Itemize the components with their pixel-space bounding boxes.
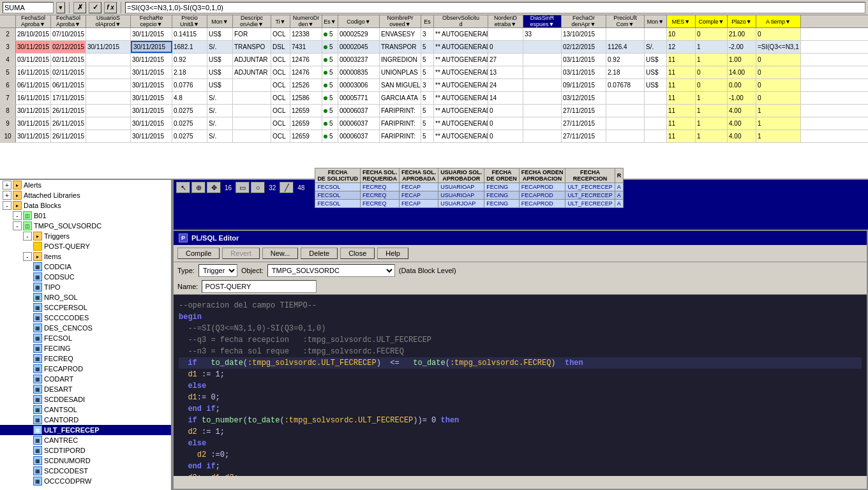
col-header-AH[interactable]: Comple▼	[696, 15, 728, 27]
cell-ah-7[interactable]: 1	[696, 92, 728, 104]
compile-button[interactable]: Compile	[177, 248, 220, 259]
cell-r-3[interactable]: 1682.1	[172, 41, 207, 53]
cell-aa-3[interactable]: ** AUTOGENERAD	[434, 41, 488, 53]
cell-z-5[interactable]: 5	[421, 66, 434, 78]
cell-ad-3[interactable]: 02/12/2015	[562, 41, 606, 53]
cell-aj-5[interactable]: 0	[756, 66, 801, 78]
cell-t-9[interactable]	[233, 117, 271, 130]
cell-s-10[interactable]: S/.	[207, 130, 233, 142]
cell-af-3[interactable]: S/.	[645, 41, 667, 53]
cell-aj-3[interactable]: =SI(Q3<=N3,1	[756, 41, 801, 53]
col-header-AE[interactable]: PrecioUltCom▼	[606, 15, 645, 27]
cell-y-5[interactable]: UNIONPLAS	[380, 66, 421, 78]
cell-ai-9[interactable]: 4.00	[728, 117, 756, 130]
col-header-AF[interactable]: Mon▼	[645, 15, 667, 27]
col-header-AI[interactable]: Plazo▼	[728, 15, 756, 27]
cell-o-5[interactable]: 02/11/2015	[51, 66, 86, 78]
cell-p-10[interactable]	[86, 130, 131, 142]
cell-af-5[interactable]: US$	[645, 66, 667, 78]
nav-item-fecing[interactable]: ▦FECING	[0, 343, 171, 353]
cell-s-3[interactable]: S/.	[207, 41, 233, 53]
nav-item-codart[interactable]: ▦CODART	[0, 374, 171, 384]
col-header-N[interactable]: FechaSolAproba▼	[16, 15, 51, 27]
cell-q-9[interactable]: 30/11/2015	[131, 117, 172, 130]
cell-ah-2[interactable]: 0	[696, 28, 728, 40]
col-header-O[interactable]: FechaSolAproba▼	[51, 15, 86, 27]
cell-o-9[interactable]: 26/11/2015	[51, 117, 86, 130]
cell-ab-6[interactable]: 24	[488, 79, 523, 91]
cell-u-8[interactable]: OCL	[271, 105, 290, 117]
cell-ab-8[interactable]: 0	[488, 105, 523, 117]
cell-r-9[interactable]: 0.0275	[172, 117, 207, 130]
name-box[interactable]: SUMA	[3, 2, 54, 13]
cell-ah-10[interactable]: 1	[696, 130, 728, 142]
oval-btn[interactable]: ○	[251, 182, 265, 193]
cell-w-7[interactable]: 5	[322, 92, 338, 104]
cell-x-4[interactable]: 00003237	[338, 54, 380, 66]
nav-item-scdcodest[interactable]: ▦SCDCODEST	[0, 466, 171, 476]
cell-ad-8[interactable]: 27/11/2015	[562, 105, 606, 117]
cell-ae-7[interactable]	[606, 92, 645, 104]
cell-r-4[interactable]: 0.92	[172, 54, 207, 66]
nav-item-sccpersol[interactable]: ▦SCCPERSOL	[0, 302, 171, 313]
cell-ac-9[interactable]	[523, 117, 562, 130]
cell-t-2[interactable]: FOR	[233, 28, 271, 40]
cell-u-9[interactable]: OCL	[271, 117, 290, 130]
col-header-P[interactable]: UsuarioSolAprod▼	[86, 15, 131, 27]
cell-z-8[interactable]: 5	[421, 105, 434, 117]
cell-y-10[interactable]: FARIPRINT:	[380, 130, 421, 142]
nav-item-post-query[interactable]: ⚡POST-QUERY	[0, 241, 171, 251]
nav-item-scdtipord[interactable]: ▦SCDTIPORD	[0, 445, 171, 456]
cell-ab-3[interactable]: 0	[488, 41, 523, 53]
nav-item-sccccodes[interactable]: ▦SCCCCODES	[0, 313, 171, 323]
nav-item-b01[interactable]: -◫B01	[0, 211, 171, 221]
cell-ab-7[interactable]: 14	[488, 92, 523, 104]
cell-ag-7[interactable]: 11	[667, 92, 696, 104]
nav-item-fecsol[interactable]: ▦FECSOL	[0, 333, 171, 343]
cell-u-2[interactable]: OCL	[271, 28, 290, 40]
col-header-AD[interactable]: FechaOrdenApr▼	[562, 15, 606, 27]
cell-ab-9[interactable]: 0	[488, 117, 523, 130]
nav-item-ult-fecrecep[interactable]: ▦ULT_FECRECEP	[0, 425, 171, 435]
nav-item-items[interactable]: -▸Items	[0, 251, 171, 262]
cell-x-8[interactable]: 00006037	[338, 105, 380, 117]
move-btn[interactable]: ✥	[207, 182, 221, 193]
cell-s-7[interactable]: S/.	[207, 92, 233, 104]
cell-s-2[interactable]: US$	[207, 28, 233, 40]
revert-button[interactable]: Revert	[222, 248, 259, 259]
cell-aj-9[interactable]: 1	[756, 117, 801, 130]
cell-v-8[interactable]: 12659	[290, 105, 322, 117]
cell-z-10[interactable]: 5	[421, 130, 434, 142]
cell-aj-4[interactable]: 0	[756, 54, 801, 66]
nav-item-codcia[interactable]: ▦CODCIA	[0, 262, 171, 272]
cell-v-4[interactable]: 12476	[290, 54, 322, 66]
cell-q-3[interactable]: 30/11/2015	[131, 41, 172, 53]
cell-aj-6[interactable]: 0	[756, 79, 801, 91]
close-button[interactable]: Close	[340, 248, 375, 259]
cell-o-3[interactable]: 02/12/2015	[51, 41, 86, 53]
cell-x-10[interactable]: 00006037	[338, 130, 380, 142]
cell-ah-5[interactable]: 0	[696, 66, 728, 78]
cell-ad-2[interactable]: 13/10/2015	[562, 28, 606, 40]
name-input[interactable]	[202, 280, 317, 293]
nav-item-cantord[interactable]: ▦CANTORD	[0, 415, 171, 425]
cell-ac-3[interactable]	[523, 41, 562, 53]
cell-ae-9[interactable]	[606, 117, 645, 130]
cell-s-9[interactable]: S/.	[207, 117, 233, 130]
col-header-AC[interactable]: DiasSinRespues▼	[523, 15, 562, 27]
cell-y-8[interactable]: FARIPRINT:	[380, 105, 421, 117]
cell-aa-8[interactable]: ** AUTOGENERAD	[434, 105, 488, 117]
line-btn[interactable]: ╱	[280, 182, 294, 193]
cell-p-4[interactable]	[86, 54, 131, 66]
expand-icon[interactable]: +	[3, 181, 11, 189]
col-header-X[interactable]: Codigo▼	[338, 15, 380, 27]
cell-w-5[interactable]: 5	[322, 66, 338, 78]
cell-n-8[interactable]: 30/11/2015	[16, 105, 51, 117]
cell-r-2[interactable]: 0.14115	[172, 28, 207, 40]
cell-ae-8[interactable]	[606, 105, 645, 117]
cell-ad-4[interactable]: 03/11/2015	[562, 54, 606, 66]
cell-p-2[interactable]	[86, 28, 131, 40]
cell-af-6[interactable]: US$	[645, 79, 667, 91]
cell-w-3[interactable]: 5	[322, 41, 338, 53]
cell-aa-5[interactable]: ** AUTOGENERAD	[434, 66, 488, 78]
